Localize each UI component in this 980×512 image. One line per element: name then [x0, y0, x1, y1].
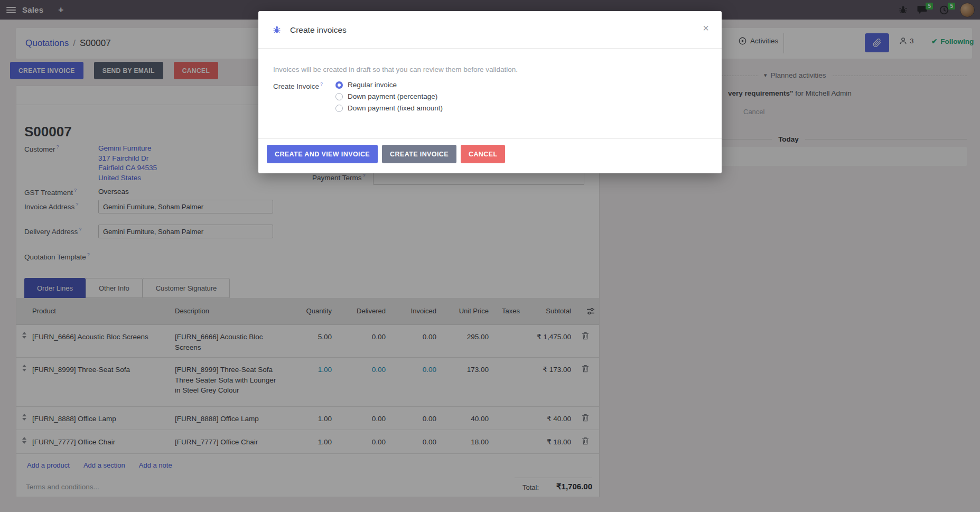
option-label: Down payment (fixed amount) — [348, 104, 443, 112]
dialog-footer: CREATE AND VIEW INVOICE CREATE INVOICE C… — [258, 138, 722, 174]
option-down-payment-percentage[interactable]: Down payment (percentage) — [335, 92, 437, 100]
create-and-view-invoice-button[interactable]: CREATE AND VIEW INVOICE — [267, 145, 378, 163]
dialog-title: Create invoices — [290, 25, 347, 35]
dialog-info-text: Invoices will be created in draft so tha… — [273, 66, 518, 73]
cancel-modal-button[interactable]: CANCEL — [461, 145, 505, 163]
option-label: Down payment (percentage) — [348, 92, 437, 100]
dialog-header: Create invoices × — [258, 11, 722, 49]
radio-icon[interactable] — [335, 105, 343, 112]
create-invoice-modal-button[interactable]: CREATE INVOICE — [382, 145, 456, 163]
create-invoices-dialog: Create invoices × Invoices will be creat… — [258, 11, 722, 173]
bug-icon — [273, 25, 281, 34]
option-regular-invoice[interactable]: Regular invoice — [335, 81, 397, 89]
help-icon: ? — [320, 81, 323, 87]
create-invoice-field-label: Create Invoice? — [273, 81, 323, 90]
option-down-payment-fixed[interactable]: Down payment (fixed amount) — [335, 104, 443, 112]
close-icon[interactable]: × — [703, 23, 709, 33]
radio-selected-icon[interactable] — [335, 81, 343, 89]
radio-icon[interactable] — [335, 93, 343, 100]
option-label: Regular invoice — [348, 81, 397, 89]
